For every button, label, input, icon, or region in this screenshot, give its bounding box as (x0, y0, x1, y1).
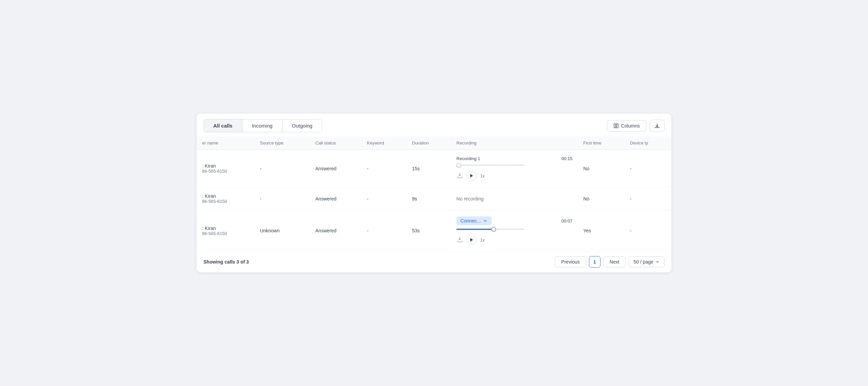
table-header-row: er name Source type Call status Keyword … (197, 136, 671, 150)
recording-header-1: Recording 1 00:15 (456, 156, 572, 161)
keyword-2: - (361, 187, 407, 210)
tab-incoming[interactable]: Incoming (242, 119, 282, 132)
caller-cell-3: : Kiran 86-565-6150 (197, 210, 255, 251)
connec-dropdown-3[interactable]: Connec... (456, 216, 492, 225)
main-container: All calls Incoming Outgoing Columns (197, 114, 671, 272)
col-duration: Duration (407, 136, 451, 150)
no-recording-2: No recording (456, 196, 572, 201)
svg-marker-4 (470, 238, 473, 242)
audio-controls-1: 1x (456, 171, 572, 181)
call-status-2: Answered (310, 187, 361, 210)
play-button-1[interactable] (467, 171, 477, 181)
caller-name-1: : Kiran (202, 163, 249, 169)
svg-rect-1 (616, 124, 618, 128)
caller-cell-2: : Kiran 86-565-6150 (197, 187, 255, 210)
svg-marker-3 (470, 174, 473, 178)
download-button[interactable] (650, 120, 665, 132)
caller-number-3: 86-565-6150 (202, 231, 249, 236)
recording-block-3: Connec... 00:07 (456, 216, 572, 245)
caller-name-3: : Kiran (202, 226, 249, 231)
caller-number-2: 86-565-6150 (202, 199, 249, 204)
previous-button[interactable]: Previous (555, 256, 586, 267)
first-time-1: No (578, 150, 625, 187)
table-row: : Kiran 86-565-6150 - Answered - 15s Rec… (197, 150, 671, 187)
tab-group: All calls Incoming Outgoing (203, 119, 322, 132)
col-device-type: Device ty (625, 136, 671, 150)
audio-fill-3 (456, 229, 494, 230)
next-button[interactable]: Next (603, 256, 626, 267)
call-status-3: Answered (310, 210, 361, 251)
chevron-down-icon (483, 218, 488, 223)
play-button-3[interactable] (467, 235, 477, 245)
connec-label-3: Connec... (460, 218, 481, 224)
columns-button[interactable]: Columns (607, 120, 646, 132)
header-actions: Columns (607, 120, 665, 132)
recording-title-1: Recording 1 (456, 156, 480, 161)
calls-table: er name Source type Call status Keyword … (197, 136, 671, 251)
speed-label-1: 1x (480, 173, 485, 178)
keyword-1: - (361, 150, 407, 187)
caller-name-2: : Kiran (202, 193, 249, 199)
per-page-button[interactable]: 50 / page (629, 256, 665, 267)
recording-cell-2: No recording (451, 187, 578, 210)
audio-controls-3: 1x (456, 235, 572, 245)
svg-rect-0 (614, 124, 616, 128)
keyword-3: - (361, 210, 407, 251)
col-recording: Recording (451, 136, 578, 150)
recording-block-1: Recording 1 00:15 (456, 156, 572, 181)
table-row: : Kiran 86-565-6150 - Answered - 9s No r… (197, 187, 671, 210)
device-type-2: - (625, 187, 671, 210)
audio-track-3[interactable] (456, 229, 524, 230)
source-type-3: Unknown (255, 210, 310, 251)
device-type-1: - (625, 150, 671, 187)
recording-cell-3: Connec... 00:07 (451, 210, 578, 251)
call-status-1: Answered (310, 150, 361, 187)
play-icon-3 (469, 237, 474, 242)
pagination: Previous 1 Next 50 / page (555, 256, 665, 268)
per-page-label: 50 / page (634, 259, 653, 265)
page-1-button[interactable]: 1 (589, 256, 600, 268)
recording-time-1: 00:15 (561, 156, 573, 161)
duration-1: 15s (407, 150, 451, 187)
audio-download-icon-1[interactable] (456, 172, 463, 180)
table-wrapper: er name Source type Call status Keyword … (197, 136, 671, 251)
audio-thumb-3[interactable] (491, 227, 496, 232)
play-icon-1 (469, 173, 474, 178)
audio-download-icon-3[interactable] (456, 236, 463, 244)
device-type-3: - (625, 210, 671, 251)
first-time-3: Yes (578, 210, 625, 251)
duration-2: 9s (407, 187, 451, 210)
source-type-1: - (255, 150, 310, 187)
columns-icon (613, 123, 619, 129)
caller-cell-1: : Kiran 86-565-6150 (197, 150, 255, 187)
audio-thumb-1[interactable] (456, 163, 461, 168)
first-time-2: No (578, 187, 625, 210)
source-type-2: - (255, 187, 310, 210)
table-row: : Kiran 86-565-6150 Unknown Answered - 5… (197, 210, 671, 251)
col-keyword: Keyword (361, 136, 407, 150)
download-icon (654, 123, 660, 129)
col-caller-name: er name (197, 136, 255, 150)
tab-all-calls[interactable]: All calls (204, 119, 242, 132)
header: All calls Incoming Outgoing Columns (197, 114, 671, 132)
audio-track-1[interactable] (456, 165, 524, 166)
recording-header-3: Connec... 00:07 (456, 216, 572, 225)
caller-number-1: 86-565-6150 (202, 169, 249, 174)
col-source-type: Source type (255, 136, 310, 150)
duration-3: 53s (407, 210, 451, 251)
showing-text: Showing calls 3 of 3 (203, 259, 249, 265)
chevron-down-icon-perpage (655, 260, 659, 264)
speed-label-3: 1x (480, 237, 485, 243)
col-first-time: First time (578, 136, 625, 150)
recording-cell-1: Recording 1 00:15 (451, 150, 578, 187)
recording-time-3: 00:07 (561, 218, 573, 224)
col-call-status: Call status (310, 136, 361, 150)
footer: Showing calls 3 of 3 Previous 1 Next 50 … (197, 251, 671, 272)
tab-outgoing[interactable]: Outgoing (282, 119, 322, 132)
